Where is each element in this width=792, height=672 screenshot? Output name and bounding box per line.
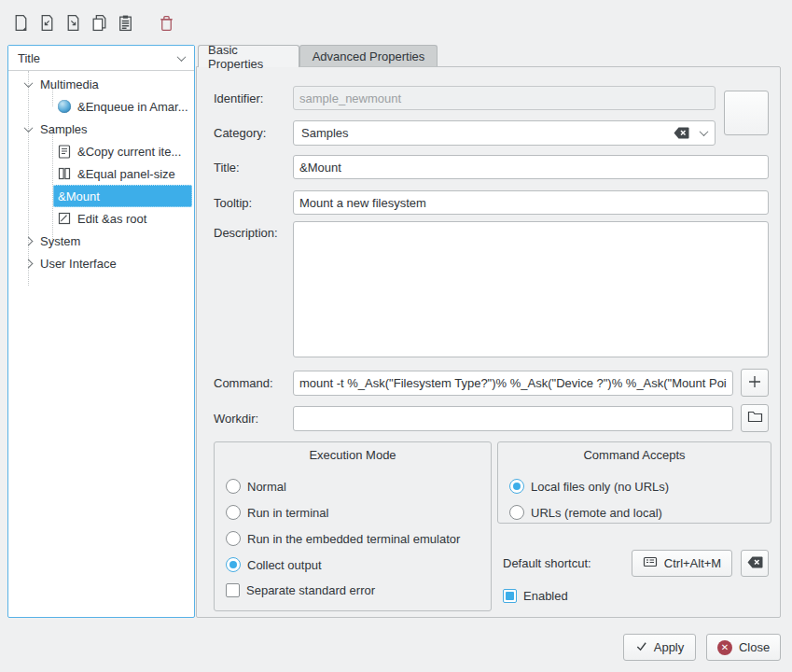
radio-run-in-terminal[interactable]: Run in terminal bbox=[226, 505, 328, 520]
radio-urls-remote-local[interactable]: URLs (remote and local) bbox=[509, 505, 662, 520]
chevron-down-icon[interactable] bbox=[22, 123, 34, 134]
apply-label: Apply bbox=[654, 640, 685, 654]
tree-item-label: &Enqueue in Amar... bbox=[77, 100, 188, 114]
tree-item-copy-current-item[interactable]: &Copy current ite... bbox=[57, 140, 181, 162]
note-icon bbox=[57, 144, 72, 159]
globe-icon bbox=[57, 99, 72, 114]
toolbar bbox=[7, 7, 179, 37]
tree-item-label: &Equal panel-size bbox=[77, 167, 175, 181]
radio-label: Normal bbox=[247, 480, 286, 494]
checkbox-icon bbox=[226, 583, 240, 597]
delete-action-button[interactable] bbox=[153, 9, 179, 35]
new-action-button[interactable] bbox=[7, 9, 34, 35]
category-label: Category: bbox=[214, 126, 266, 140]
browse-folder-button[interactable] bbox=[741, 404, 769, 432]
tab-advanced-properties[interactable]: Advanced Properties bbox=[299, 45, 438, 67]
import-action-button[interactable] bbox=[34, 9, 60, 35]
tree-body: Multimedia &Enqueue in Amar... Samples &… bbox=[8, 71, 194, 617]
check-icon bbox=[635, 640, 647, 655]
radio-label: Collect output bbox=[247, 558, 322, 572]
tree-item-label: Samples bbox=[40, 122, 88, 136]
add-placeholder-button[interactable] bbox=[741, 369, 769, 397]
category-value: Samples bbox=[301, 126, 674, 140]
tree-item-system[interactable]: System bbox=[22, 230, 80, 252]
chevron-down-icon[interactable] bbox=[22, 78, 34, 90]
shortcut-button[interactable]: Ctrl+Alt+M bbox=[632, 550, 732, 577]
radio-label: URLs (remote and local) bbox=[531, 506, 662, 520]
keyboard-icon bbox=[643, 554, 658, 572]
checkbox-checked-icon bbox=[503, 589, 517, 603]
tooltip-field[interactable] bbox=[293, 190, 769, 215]
radio-label: Local files only (no URLs) bbox=[531, 480, 669, 494]
paste-action-button[interactable] bbox=[112, 9, 138, 35]
chevron-right-icon[interactable] bbox=[22, 235, 34, 246]
icon-picker-button[interactable] bbox=[724, 91, 769, 135]
title-label: Title: bbox=[214, 161, 240, 175]
tree-item-equal-panel-size[interactable]: &Equal panel-size bbox=[57, 162, 175, 185]
checkbox-separate-stderr[interactable]: Separate standard error bbox=[226, 583, 375, 597]
clear-text-icon[interactable] bbox=[674, 127, 689, 139]
tree-item-samples[interactable]: Samples bbox=[22, 118, 88, 140]
edit-icon bbox=[57, 211, 72, 226]
radio-collect-output[interactable]: Collect output bbox=[226, 557, 322, 572]
export-action-button[interactable] bbox=[60, 9, 86, 35]
tooltip-label: Tooltip: bbox=[214, 196, 252, 210]
backspace-icon bbox=[747, 556, 763, 571]
chevron-down-icon bbox=[177, 52, 187, 62]
tree-item-label: System bbox=[40, 234, 80, 248]
copy-action-button[interactable] bbox=[86, 9, 112, 35]
workdir-label: Workdir: bbox=[214, 412, 258, 426]
category-combobox[interactable]: Samples bbox=[293, 120, 716, 146]
description-field[interactable] bbox=[293, 221, 769, 357]
shortcut-value: Ctrl+Alt+M bbox=[664, 556, 721, 570]
copy-icon bbox=[90, 14, 108, 32]
execution-mode-group: Execution Mode Normal Run in terminal Ru… bbox=[214, 441, 492, 611]
description-label: Description: bbox=[214, 226, 278, 240]
tree-item-enqueue-in-amarok[interactable]: &Enqueue in Amar... bbox=[57, 95, 188, 118]
radio-normal[interactable]: Normal bbox=[226, 479, 286, 494]
close-label: Close bbox=[739, 640, 770, 654]
split-panels-icon bbox=[57, 166, 72, 181]
checkbox-label: Separate standard error bbox=[246, 583, 375, 597]
command-accepts-title: Command Accepts bbox=[498, 448, 771, 462]
command-label: Command: bbox=[214, 376, 273, 390]
close-button[interactable]: ✕ Close bbox=[706, 634, 781, 661]
radio-icon bbox=[226, 531, 241, 546]
document-import-icon bbox=[38, 14, 56, 32]
tab-basic-properties[interactable]: Basic Properties bbox=[198, 45, 299, 67]
command-accepts-group: Command Accepts Local files only (no URL… bbox=[497, 441, 771, 524]
tree-item-edit-as-root[interactable]: Edit &as root bbox=[57, 207, 146, 230]
workdir-field[interactable] bbox=[293, 406, 733, 431]
default-shortcut-label: Default shortcut: bbox=[503, 556, 591, 570]
clear-shortcut-button[interactable] bbox=[741, 550, 769, 577]
tree-item-label: &Mount bbox=[58, 189, 100, 203]
title-field[interactable] bbox=[293, 155, 769, 179]
tree-item-label: &Copy current ite... bbox=[77, 145, 181, 159]
command-field[interactable] bbox=[293, 371, 733, 396]
radio-icon bbox=[226, 505, 241, 520]
identifier-field[interactable] bbox=[293, 86, 716, 110]
basic-properties-pane: Identifier: Category: Samples Title: Too… bbox=[196, 66, 781, 618]
tree-item-user-interface[interactable]: User Interface bbox=[22, 252, 117, 274]
tab-label: Advanced Properties bbox=[313, 49, 425, 63]
document-export-icon bbox=[64, 14, 82, 32]
plus-icon bbox=[747, 374, 762, 392]
radio-run-embedded-terminal[interactable]: Run in the embedded terminal emulator bbox=[226, 531, 460, 546]
tree-item-label: Edit &as root bbox=[77, 212, 146, 226]
chevron-right-icon[interactable] bbox=[22, 258, 34, 269]
tree-item-mount[interactable]: &Mount bbox=[53, 185, 192, 207]
identifier-label: Identifier: bbox=[214, 91, 263, 105]
paste-icon bbox=[117, 14, 134, 32]
radio-local-files-only[interactable]: Local files only (no URLs) bbox=[509, 479, 669, 494]
trash-icon bbox=[158, 14, 175, 32]
tree-item-multimedia[interactable]: Multimedia bbox=[22, 73, 99, 95]
apply-button[interactable]: Apply bbox=[623, 634, 696, 661]
checkbox-enabled[interactable]: Enabled bbox=[503, 589, 568, 603]
tree-header[interactable]: Title bbox=[8, 46, 194, 71]
chevron-down-icon[interactable] bbox=[700, 127, 709, 136]
radio-label: Run in the embedded terminal emulator bbox=[247, 532, 460, 546]
radio-icon bbox=[226, 479, 241, 494]
checkbox-label: Enabled bbox=[523, 589, 568, 603]
tree-item-label: User Interface bbox=[40, 257, 117, 271]
tab-label: Basic Properties bbox=[208, 43, 289, 71]
